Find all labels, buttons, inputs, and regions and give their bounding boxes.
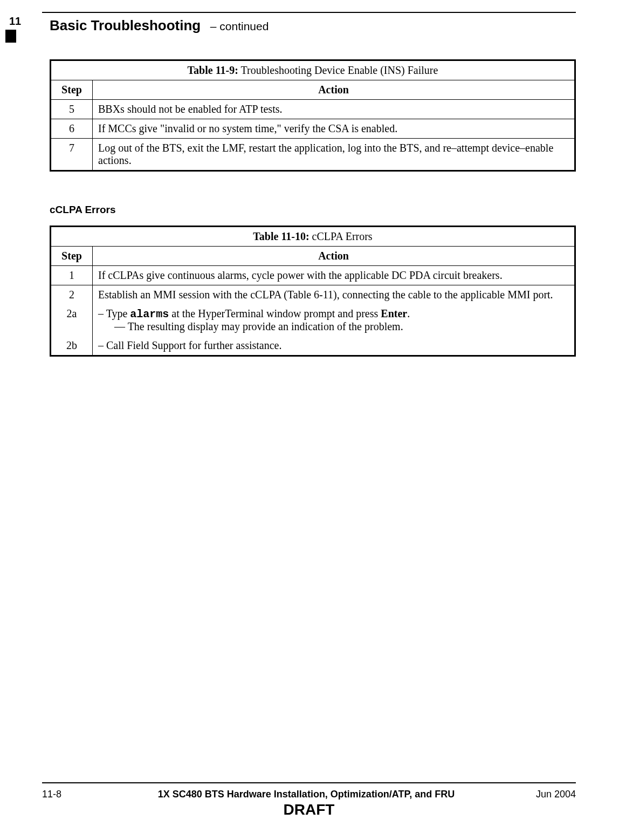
table-title-row: Table 11-9: Troubleshooting Device Enabl… <box>51 60 575 80</box>
table-11-10: Table 11-10: cCLPA Errors Step Action 1 … <box>50 226 576 357</box>
substep-line: – Call Field Support for further assista… <box>98 339 569 352</box>
table-row: 2a – Type alarms at the HyperTerminal wi… <box>51 304 575 336</box>
table-label: Table 11-10: <box>253 230 309 242</box>
table-title-cell: Table 11-10: cCLPA Errors <box>51 227 575 247</box>
action-cell: – Type alarms at the HyperTerminal windo… <box>93 304 575 336</box>
action-cell: – Call Field Support for further assista… <box>93 336 575 356</box>
step-cell: 2 <box>51 285 93 305</box>
code-text: alarms <box>130 308 169 320</box>
header-rule <box>42 12 576 13</box>
step-cell: 2a <box>51 304 93 336</box>
table-label: Table 11-9: <box>188 64 238 76</box>
table-title-cell: Table 11-9: Troubleshooting Device Enabl… <box>51 60 575 80</box>
table-row: 5 BBXs should not be enabled for ATP tes… <box>51 100 575 119</box>
running-head: Basic Troubleshooting – continued <box>50 17 269 34</box>
text-segment: . <box>407 308 410 319</box>
action-cell: If MCCs give "invalid or no system time,… <box>93 119 575 139</box>
table-row: 7 Log out of the BTS, exit the LMF, rest… <box>51 139 575 171</box>
action-cell: Establish an MMI session with the cCLPA … <box>93 285 575 305</box>
text-segment: – Type <box>98 308 130 319</box>
bold-text: Enter <box>381 308 407 319</box>
table-11-9: Table 11-9: Troubleshooting Device Enabl… <box>50 59 576 172</box>
page-footer: 11-8 1X SC480 BTS Hardware Installation,… <box>42 782 576 818</box>
step-cell: 5 <box>51 100 93 119</box>
col-header-step: Step <box>51 80 93 100</box>
substep-result-line: — The resulting display may provide an i… <box>98 320 569 333</box>
table-row: 2 Establish an MMI session with the cCLP… <box>51 285 575 305</box>
draft-watermark: DRAFT <box>42 801 576 818</box>
page-number: 11-8 <box>42 789 85 800</box>
table-title-text: cCLPA Errors <box>310 230 373 242</box>
action-cell: BBXs should not be enabled for ATP tests… <box>93 100 575 119</box>
page-title: Basic Troubleshooting <box>50 17 201 33</box>
step-cell: 1 <box>51 266 93 285</box>
table-title-row: Table 11-10: cCLPA Errors <box>51 227 575 247</box>
section-heading-cclpa-errors: cCLPA Errors <box>50 204 576 216</box>
col-header-action: Action <box>93 247 575 266</box>
action-cell: If cCLPAs give continuous alarms, cycle … <box>93 266 575 285</box>
table-row: 1 If cCLPAs give continuous alarms, cycl… <box>51 266 575 285</box>
table-header-row: Step Action <box>51 80 575 100</box>
col-header-step: Step <box>51 247 93 266</box>
table-title-text: Troubleshooting Device Enable (INS) Fail… <box>238 64 438 76</box>
step-cell: 7 <box>51 139 93 171</box>
footer-doc-title: 1X SC480 BTS Hardware Installation, Opti… <box>85 789 527 800</box>
action-cell: Log out of the BTS, exit the LMF, restar… <box>93 139 575 171</box>
chapter-number: 11 <box>5 15 25 28</box>
step-cell: 6 <box>51 119 93 139</box>
step-cell: 2b <box>51 336 93 356</box>
table-header-row: Step Action <box>51 247 575 266</box>
page-title-continued: – continued <box>210 20 269 32</box>
footer-rule <box>42 782 576 783</box>
footer-row: 11-8 1X SC480 BTS Hardware Installation,… <box>42 789 576 800</box>
footer-date: Jun 2004 <box>527 789 576 800</box>
substep-line: – Type alarms at the HyperTerminal windo… <box>98 308 569 320</box>
table-row: 2b – Call Field Support for further assi… <box>51 336 575 356</box>
chapter-tab: 11 <box>5 15 25 43</box>
text-segment: at the HyperTerminal window prompt and p… <box>169 308 381 319</box>
main-content: Table 11-9: Troubleshooting Device Enabl… <box>50 59 576 389</box>
chapter-marker-block <box>5 30 16 43</box>
col-header-action: Action <box>93 80 575 100</box>
table-row: 6 If MCCs give "invalid or no system tim… <box>51 119 575 139</box>
